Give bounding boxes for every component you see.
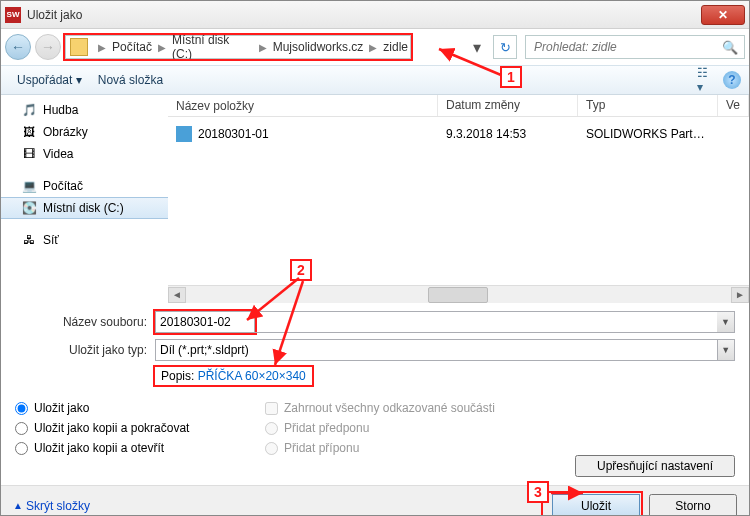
hide-label: Skrýt složky: [26, 499, 90, 513]
save-as-dialog: SW Uložit jako ✕ ← → ▶ Počítač ▶ Místní …: [0, 0, 750, 516]
help-button[interactable]: ?: [723, 71, 741, 89]
check-label: Zahrnout všechny odkazované součásti: [284, 401, 495, 415]
radio-copy-open[interactable]: Uložit jako kopii a otevřít: [15, 441, 245, 455]
organize-label: Uspořádat: [17, 73, 72, 87]
network-icon: 🖧: [21, 232, 37, 248]
tree-label: Hudba: [43, 103, 78, 117]
radio-label: Přidat předponu: [284, 421, 369, 435]
tree-label: Obrázky: [43, 125, 88, 139]
tree-item-network[interactable]: 🖧Síť: [1, 229, 168, 251]
callout-2: 2: [290, 259, 312, 281]
cancel-button[interactable]: Storno: [649, 494, 737, 517]
file-list: Název položky Datum změny Typ Ve 2018030…: [168, 95, 749, 303]
form-area: Název souboru: ▼ Uložit jako typ: ▼ Popi…: [1, 303, 749, 397]
nav-tree: 🎵Hudba 🖼Obrázky 🎞Videa 💻Počítač 💽Místní …: [1, 95, 168, 303]
filename-dropdown[interactable]: ▼: [717, 311, 735, 333]
close-button[interactable]: ✕: [701, 5, 745, 25]
pictures-icon: 🖼: [21, 124, 37, 140]
callout-3: 3: [527, 481, 549, 503]
tree-item-videos[interactable]: 🎞Videa: [1, 143, 168, 165]
chevron-right-icon: ▶: [158, 42, 166, 53]
list-header: Název položky Datum změny Typ Ve: [168, 95, 749, 117]
save-button[interactable]: Uložit: [552, 494, 640, 517]
search-box[interactable]: 🔍: [525, 35, 745, 59]
col-date[interactable]: Datum změny: [438, 95, 578, 116]
filetype-label: Uložit jako typ:: [15, 343, 155, 357]
back-button[interactable]: ←: [5, 34, 31, 60]
filetype-combo[interactable]: [155, 339, 718, 361]
app-icon: SW: [5, 7, 21, 23]
desc-value: PŘÍČKA 60×20×340: [198, 369, 306, 383]
scroll-right-arrow[interactable]: ►: [731, 287, 749, 303]
footer: ▲Skrýt složky Uložit Storno: [1, 485, 749, 516]
window-title: Uložit jako: [27, 8, 701, 22]
body: 🎵Hudba 🖼Obrázky 🎞Videa 💻Počítač 💽Místní …: [1, 95, 749, 303]
scroll-thumb[interactable]: [428, 287, 488, 303]
scroll-left-arrow[interactable]: ◄: [168, 287, 186, 303]
tree-item-music[interactable]: 🎵Hudba: [1, 99, 168, 121]
radio-label: Uložit jako kopii a otevřít: [34, 441, 164, 455]
filetype-dropdown[interactable]: ▼: [718, 339, 735, 361]
chevron-right-icon: ▶: [259, 42, 267, 53]
chevron-right-icon: ▶: [369, 42, 377, 53]
breadcrumb[interactable]: ▶ Počítač ▶ Místní disk (C:) ▶ Mujsolidw…: [65, 35, 411, 59]
breadcrumb-item[interactable]: Počítač: [112, 40, 152, 54]
breadcrumb-item[interactable]: Místní disk (C:): [172, 33, 253, 61]
titlebar: SW Uložit jako ✕: [1, 1, 749, 29]
tree-label: Místní disk (C:): [43, 201, 124, 215]
radio-label: Přidat příponu: [284, 441, 359, 455]
tree-label: Počítač: [43, 179, 83, 193]
radio-suffix: Přidat příponu: [265, 441, 505, 455]
col-type[interactable]: Typ: [578, 95, 718, 116]
search-input[interactable]: [532, 39, 718, 55]
callout-1: 1: [500, 66, 522, 88]
chevron-right-icon: ▶: [98, 42, 106, 53]
description-box[interactable]: Popis: PŘÍČKA 60×20×340: [155, 367, 312, 385]
videos-icon: 🎞: [21, 146, 37, 162]
toolbar: Uspořádat ▾ Nová složka ☷ ▾ ?: [1, 65, 749, 95]
refresh-button[interactable]: ↻: [493, 35, 517, 59]
desc-label: Popis:: [161, 369, 194, 383]
computer-icon: 💻: [21, 178, 37, 194]
chevron-up-icon: ▲: [13, 500, 23, 511]
folder-icon: [70, 38, 88, 56]
breadcrumb-item[interactable]: zidle: [383, 40, 408, 54]
disk-icon: 💽: [21, 200, 37, 216]
radio-label: Uložit jako: [34, 401, 89, 415]
horizontal-scrollbar[interactable]: ◄ ►: [168, 285, 749, 303]
tree-item-pictures[interactable]: 🖼Obrázky: [1, 121, 168, 143]
tree-label: Videa: [43, 147, 73, 161]
file-date: 9.3.2018 14:53: [438, 125, 578, 143]
file-type: SOLIDWORKS Part…: [578, 125, 718, 143]
col-name[interactable]: Název položky: [168, 95, 438, 116]
col-v[interactable]: Ve: [718, 95, 749, 116]
check-include-refs[interactable]: Zahrnout všechny odkazované součásti: [265, 401, 505, 415]
part-file-icon: [176, 126, 192, 142]
new-folder-button[interactable]: Nová složka: [90, 69, 171, 91]
file-name: 20180301-01: [198, 127, 269, 141]
filename-label: Název souboru:: [15, 315, 155, 329]
music-icon: 🎵: [21, 102, 37, 118]
radio-label: Uložit jako kopii a pokračovat: [34, 421, 189, 435]
hide-folders-link[interactable]: ▲Skrýt složky: [13, 499, 90, 513]
breadcrumb-dropdown[interactable]: ▾: [469, 38, 485, 57]
view-mode-button[interactable]: ☷ ▾: [697, 70, 717, 90]
list-item[interactable]: 20180301-01 9.3.2018 14:53 SOLIDWORKS Pa…: [168, 123, 749, 145]
forward-button[interactable]: →: [35, 34, 61, 60]
tree-label: Síť: [43, 233, 59, 247]
options-area: Uložit jako Uložit jako kopii a pokračov…: [1, 397, 749, 485]
refine-settings-button[interactable]: Upřesňující nastavení: [575, 455, 735, 477]
breadcrumb-item[interactable]: Mujsolidworks.cz: [273, 40, 364, 54]
filename-input[interactable]: [155, 311, 255, 333]
radio-copy-continue[interactable]: Uložit jako kopii a pokračovat: [15, 421, 245, 435]
radio-save-as[interactable]: Uložit jako: [15, 401, 245, 415]
tree-item-disk-c[interactable]: 💽Místní disk (C:): [1, 197, 168, 219]
organize-menu[interactable]: Uspořádat ▾: [9, 69, 90, 91]
nav-row: ← → ▶ Počítač ▶ Místní disk (C:) ▶ Mujso…: [1, 29, 749, 65]
search-icon: 🔍: [722, 40, 738, 55]
radio-prefix: Přidat předponu: [265, 421, 505, 435]
tree-item-computer[interactable]: 💻Počítač: [1, 175, 168, 197]
